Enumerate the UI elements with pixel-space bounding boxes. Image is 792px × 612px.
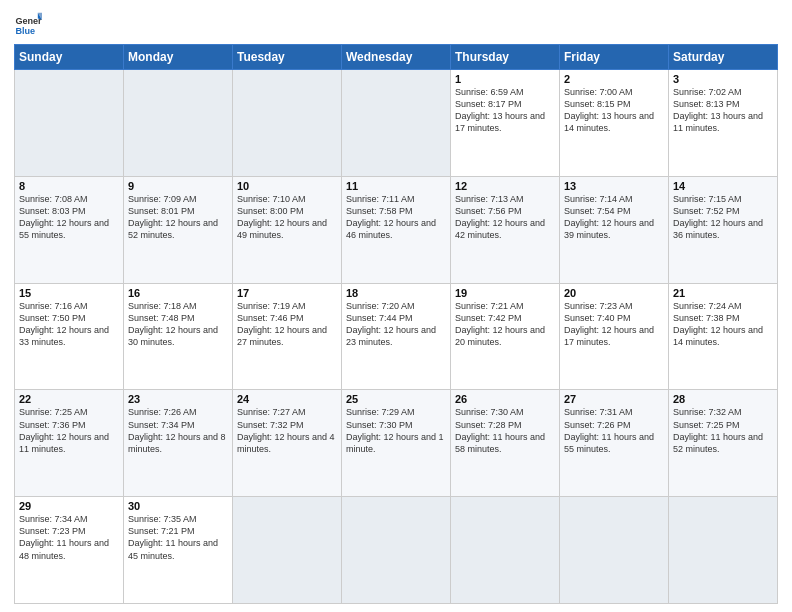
day-info: Sunrise: 7:21 AM Sunset: 7:42 PM Dayligh… [455,300,555,349]
day-info: Sunrise: 7:15 AM Sunset: 7:52 PM Dayligh… [673,193,773,242]
calendar-day-cell: 21Sunrise: 7:24 AM Sunset: 7:38 PM Dayli… [669,283,778,390]
day-number: 28 [673,393,773,405]
day-info: Sunrise: 7:08 AM Sunset: 8:03 PM Dayligh… [19,193,119,242]
calendar-day-cell: 26Sunrise: 7:30 AM Sunset: 7:28 PM Dayli… [451,390,560,497]
day-info: Sunrise: 7:16 AM Sunset: 7:50 PM Dayligh… [19,300,119,349]
calendar-day-cell: 12Sunrise: 7:13 AM Sunset: 7:56 PM Dayli… [451,176,560,283]
calendar-day-cell: 10Sunrise: 7:10 AM Sunset: 8:00 PM Dayli… [233,176,342,283]
day-number: 10 [237,180,337,192]
calendar-header-friday: Friday [560,45,669,70]
calendar-day-cell: 14Sunrise: 7:15 AM Sunset: 7:52 PM Dayli… [669,176,778,283]
calendar-day-cell: 3Sunrise: 7:02 AM Sunset: 8:13 PM Daylig… [669,70,778,177]
calendar-day-cell [451,497,560,604]
day-number: 20 [564,287,664,299]
calendar-header-thursday: Thursday [451,45,560,70]
calendar-day-cell [233,497,342,604]
day-number: 27 [564,393,664,405]
day-info: Sunrise: 7:10 AM Sunset: 8:00 PM Dayligh… [237,193,337,242]
day-info: Sunrise: 7:23 AM Sunset: 7:40 PM Dayligh… [564,300,664,349]
calendar-day-cell: 2Sunrise: 7:00 AM Sunset: 8:15 PM Daylig… [560,70,669,177]
day-number: 3 [673,73,773,85]
day-info: Sunrise: 7:20 AM Sunset: 7:44 PM Dayligh… [346,300,446,349]
calendar-day-cell: 15Sunrise: 7:16 AM Sunset: 7:50 PM Dayli… [15,283,124,390]
calendar-week-row: 1Sunrise: 6:59 AM Sunset: 8:17 PM Daylig… [15,70,778,177]
calendar-day-cell: 28Sunrise: 7:32 AM Sunset: 7:25 PM Dayli… [669,390,778,497]
calendar-day-cell: 27Sunrise: 7:31 AM Sunset: 7:26 PM Dayli… [560,390,669,497]
calendar-header-tuesday: Tuesday [233,45,342,70]
calendar-header-row: SundayMondayTuesdayWednesdayThursdayFrid… [15,45,778,70]
calendar-day-cell [342,70,451,177]
day-number: 23 [128,393,228,405]
day-number: 11 [346,180,446,192]
day-info: Sunrise: 7:31 AM Sunset: 7:26 PM Dayligh… [564,406,664,455]
calendar-day-cell [124,70,233,177]
day-info: Sunrise: 7:18 AM Sunset: 7:48 PM Dayligh… [128,300,228,349]
calendar-week-row: 15Sunrise: 7:16 AM Sunset: 7:50 PM Dayli… [15,283,778,390]
day-number: 26 [455,393,555,405]
day-info: Sunrise: 7:19 AM Sunset: 7:46 PM Dayligh… [237,300,337,349]
day-number: 21 [673,287,773,299]
day-info: Sunrise: 7:24 AM Sunset: 7:38 PM Dayligh… [673,300,773,349]
day-number: 12 [455,180,555,192]
day-info: Sunrise: 7:34 AM Sunset: 7:23 PM Dayligh… [19,513,119,562]
calendar-table: SundayMondayTuesdayWednesdayThursdayFrid… [14,44,778,604]
day-info: Sunrise: 7:27 AM Sunset: 7:32 PM Dayligh… [237,406,337,455]
calendar-day-cell: 29Sunrise: 7:34 AM Sunset: 7:23 PM Dayli… [15,497,124,604]
calendar-header-wednesday: Wednesday [342,45,451,70]
day-info: Sunrise: 7:32 AM Sunset: 7:25 PM Dayligh… [673,406,773,455]
calendar-day-cell: 19Sunrise: 7:21 AM Sunset: 7:42 PM Dayli… [451,283,560,390]
day-number: 25 [346,393,446,405]
calendar-header-saturday: Saturday [669,45,778,70]
calendar-week-row: 29Sunrise: 7:34 AM Sunset: 7:23 PM Dayli… [15,497,778,604]
calendar-day-cell: 17Sunrise: 7:19 AM Sunset: 7:46 PM Dayli… [233,283,342,390]
calendar-day-cell: 8Sunrise: 7:08 AM Sunset: 8:03 PM Daylig… [15,176,124,283]
day-number: 17 [237,287,337,299]
day-number: 24 [237,393,337,405]
day-info: Sunrise: 7:00 AM Sunset: 8:15 PM Dayligh… [564,86,664,135]
day-number: 22 [19,393,119,405]
day-info: Sunrise: 7:29 AM Sunset: 7:30 PM Dayligh… [346,406,446,455]
calendar-day-cell: 20Sunrise: 7:23 AM Sunset: 7:40 PM Dayli… [560,283,669,390]
day-number: 30 [128,500,228,512]
day-info: Sunrise: 7:11 AM Sunset: 7:58 PM Dayligh… [346,193,446,242]
calendar-day-cell [342,497,451,604]
calendar-header-monday: Monday [124,45,233,70]
svg-text:Blue: Blue [15,26,35,36]
day-info: Sunrise: 7:13 AM Sunset: 7:56 PM Dayligh… [455,193,555,242]
generalblue-logo-icon: General Blue [14,10,42,38]
day-info: Sunrise: 6:59 AM Sunset: 8:17 PM Dayligh… [455,86,555,135]
day-info: Sunrise: 7:26 AM Sunset: 7:34 PM Dayligh… [128,406,228,455]
day-info: Sunrise: 7:25 AM Sunset: 7:36 PM Dayligh… [19,406,119,455]
day-number: 13 [564,180,664,192]
logo: General Blue [14,10,42,38]
day-number: 16 [128,287,228,299]
day-number: 15 [19,287,119,299]
day-number: 18 [346,287,446,299]
calendar-day-cell: 11Sunrise: 7:11 AM Sunset: 7:58 PM Dayli… [342,176,451,283]
calendar-day-cell: 9Sunrise: 7:09 AM Sunset: 8:01 PM Daylig… [124,176,233,283]
calendar-day-cell: 1Sunrise: 6:59 AM Sunset: 8:17 PM Daylig… [451,70,560,177]
day-info: Sunrise: 7:09 AM Sunset: 8:01 PM Dayligh… [128,193,228,242]
header: General Blue [14,10,778,38]
day-info: Sunrise: 7:35 AM Sunset: 7:21 PM Dayligh… [128,513,228,562]
day-number: 9 [128,180,228,192]
calendar-week-row: 8Sunrise: 7:08 AM Sunset: 8:03 PM Daylig… [15,176,778,283]
day-number: 2 [564,73,664,85]
calendar-day-cell [669,497,778,604]
page: General Blue SundayMondayTuesdayWednesda… [0,0,792,612]
calendar-day-cell: 18Sunrise: 7:20 AM Sunset: 7:44 PM Dayli… [342,283,451,390]
calendar-day-cell [233,70,342,177]
calendar-day-cell: 30Sunrise: 7:35 AM Sunset: 7:21 PM Dayli… [124,497,233,604]
calendar-day-cell: 24Sunrise: 7:27 AM Sunset: 7:32 PM Dayli… [233,390,342,497]
day-info: Sunrise: 7:14 AM Sunset: 7:54 PM Dayligh… [564,193,664,242]
calendar-day-cell [15,70,124,177]
day-number: 14 [673,180,773,192]
day-info: Sunrise: 7:02 AM Sunset: 8:13 PM Dayligh… [673,86,773,135]
calendar-day-cell: 25Sunrise: 7:29 AM Sunset: 7:30 PM Dayli… [342,390,451,497]
day-number: 19 [455,287,555,299]
calendar-day-cell: 23Sunrise: 7:26 AM Sunset: 7:34 PM Dayli… [124,390,233,497]
calendar-header-sunday: Sunday [15,45,124,70]
day-number: 29 [19,500,119,512]
calendar-day-cell [560,497,669,604]
day-info: Sunrise: 7:30 AM Sunset: 7:28 PM Dayligh… [455,406,555,455]
